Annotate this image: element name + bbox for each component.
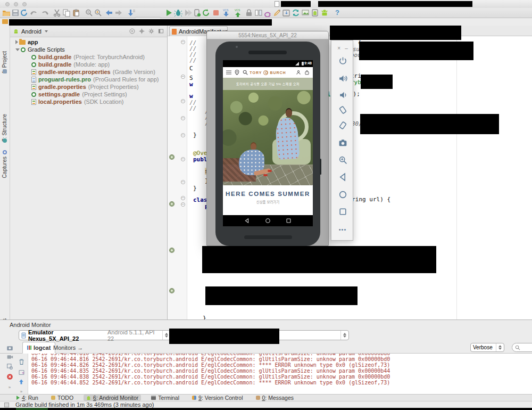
fold-marker-icon[interactable]: −	[181, 180, 185, 184]
back-icon[interactable]	[105, 9, 113, 17]
tree-item-local-properties[interactable]: local.properties (SDK Location)	[10, 98, 167, 105]
fold-marker-icon[interactable]: −	[181, 196, 185, 200]
gutter-gear-icon[interactable]	[170, 155, 174, 159]
menu-icon[interactable]	[226, 70, 231, 75]
gutter-gear-icon[interactable]	[170, 289, 174, 293]
power-button[interactable]	[331, 55, 354, 66]
paste-icon[interactable]	[72, 9, 80, 17]
screenshot-button[interactable]	[331, 137, 354, 148]
zoom-out-icon[interactable]	[85, 9, 93, 17]
log-level-select[interactable]: Verbose	[470, 343, 504, 352]
sdk-manager-icon[interactable]	[282, 9, 290, 17]
close-window-button[interactable]	[5, 2, 10, 6]
tree-item-gradle-properties[interactable]: gradle.properties (Project Properties)	[10, 83, 167, 91]
tree-item-gradle-wrapper[interactable]: gradle-wrapper.properties (Gradle Versio…	[10, 68, 167, 76]
power-button[interactable]	[320, 159, 321, 175]
vcs-commit-icon[interactable]: VCS	[234, 9, 242, 17]
fold-marker-icon[interactable]: −	[181, 99, 185, 103]
export-icon[interactable]	[127, 9, 136, 17]
rotate-right-button[interactable]	[331, 120, 354, 130]
tool-button-terminal[interactable]: Terminal	[148, 395, 182, 401]
rotate-left-button[interactable]	[331, 104, 354, 115]
volume-up-button[interactable]	[331, 73, 354, 84]
back-history-icon[interactable]	[263, 9, 272, 17]
tool-button-messages[interactable]: 0: Messages	[253, 395, 297, 401]
scroll-to-top-icon[interactable]	[17, 378, 26, 386]
back-button[interactable]	[331, 171, 354, 182]
location-pin-icon[interactable]	[235, 70, 239, 75]
stop-icon[interactable]	[212, 9, 220, 17]
tool-button-structure[interactable]: 7: Structure	[2, 114, 7, 142]
tree-item-app[interactable]: app	[10, 38, 167, 46]
search-icon[interactable]	[243, 70, 248, 75]
forward-icon[interactable]	[114, 9, 123, 17]
gear-icon[interactable]	[148, 28, 154, 34]
fold-marker-icon[interactable]: −	[181, 40, 185, 44]
open-icon[interactable]	[2, 9, 11, 17]
find-icon[interactable]	[94, 9, 102, 17]
redo-icon[interactable]	[40, 9, 49, 17]
fold-marker-icon[interactable]: −	[181, 157, 185, 161]
lock-icon[interactable]	[245, 9, 253, 17]
screen-record-icon[interactable]	[5, 352, 14, 361]
hero-photo[interactable]	[223, 90, 313, 185]
undo-icon[interactable]	[30, 9, 38, 17]
terminate-app-icon[interactable]	[5, 372, 14, 381]
tool-button-version-control[interactable]: 9: Version Control	[189, 395, 245, 401]
minimize-icon[interactable]: –	[345, 45, 348, 51]
close-icon[interactable]	[129, 28, 135, 34]
cut-icon[interactable]	[53, 9, 61, 17]
attach-debugger-icon[interactable]	[193, 9, 201, 17]
home-nav-icon[interactable]	[265, 218, 271, 224]
tree-item-proguard-rules[interactable]: proguard-rules.pro (ProGuard Rules for a…	[10, 76, 167, 83]
layout-preview-icon[interactable]	[301, 9, 310, 17]
tool-button-todo[interactable]: TODO	[48, 395, 76, 401]
run-icon[interactable]	[164, 9, 173, 17]
vcs-update-icon[interactable]: VCS	[222, 9, 230, 17]
tool-button-android-monitor[interactable]: 6: Android Monitor	[84, 395, 141, 401]
emulator-title[interactable]: 5554:Nexus_5X_API_22	[207, 31, 328, 39]
close-icon[interactable]: ×	[337, 45, 340, 51]
debug-icon[interactable]	[174, 9, 182, 17]
zoom-button[interactable]	[331, 154, 354, 165]
profile-icon[interactable]	[184, 9, 192, 17]
sync-project-icon[interactable]	[292, 9, 300, 17]
fold-marker-icon[interactable]: −	[181, 133, 185, 137]
logcat-output[interactable]: 06-16 09:46:44.810 2542-2691/kr.co.toryb…	[28, 354, 532, 395]
tab-monitors[interactable]: Monitors →	[49, 342, 87, 354]
phone-screen[interactable]: 9:48 TORY BURCH 토리버치 공식몰 오픈 기념 5% 스페셜 오퍼	[223, 60, 313, 226]
stepper-icon[interactable]	[496, 343, 502, 351]
stepper-icon[interactable]	[340, 331, 346, 340]
help-icon[interactable]: ?	[333, 9, 342, 17]
back-nav-icon[interactable]	[244, 218, 250, 224]
diff-icon[interactable]	[254, 9, 263, 17]
save-icon[interactable]	[11, 9, 20, 17]
fold-marker-icon[interactable]: −	[181, 116, 185, 120]
tree-item-settings-gradle[interactable]: settings.gradle (Project Settings)	[10, 91, 167, 98]
layout-inspector-icon[interactable]	[5, 362, 14, 371]
overview-button[interactable]	[331, 206, 354, 217]
tree-item-build-gradle-module[interactable]: build.gradle (Module: app)	[10, 61, 167, 68]
gutter-gear-icon[interactable]	[170, 202, 174, 206]
clear-logcat-icon[interactable]	[17, 357, 26, 366]
minimize-window-button[interactable]	[14, 2, 18, 6]
project-structure-icon[interactable]	[273, 9, 281, 17]
sync-icon[interactable]	[20, 9, 28, 17]
device-select[interactable]: Emulator Nexus_5X_API_22 Android 5.1.1, …	[19, 330, 171, 340]
avd-manager-icon[interactable]	[311, 9, 319, 17]
locate-icon[interactable]	[139, 28, 145, 34]
tool-button-captures[interactable]: Captures	[2, 157, 7, 178]
zoom-window-button[interactable]	[22, 2, 27, 6]
overview-nav-icon[interactable]	[286, 218, 292, 224]
screenshot-icon[interactable]	[5, 343, 14, 352]
copy-icon[interactable]	[62, 9, 71, 17]
chevrons-icon[interactable]: »	[5, 383, 14, 391]
volume-down-button[interactable]	[331, 89, 354, 100]
collapse-arrow-icon[interactable]	[15, 48, 20, 51]
emulator-window[interactable]: 5554:Nexus_5X_API_22 9:48 TORY	[206, 31, 329, 246]
stepper-icon[interactable]	[162, 331, 168, 340]
search-input[interactable]	[512, 343, 532, 352]
hide-panel-icon[interactable]	[158, 28, 164, 34]
more-options-button[interactable]: •••	[331, 224, 354, 235]
expand-arrow-icon[interactable]	[15, 40, 18, 44]
